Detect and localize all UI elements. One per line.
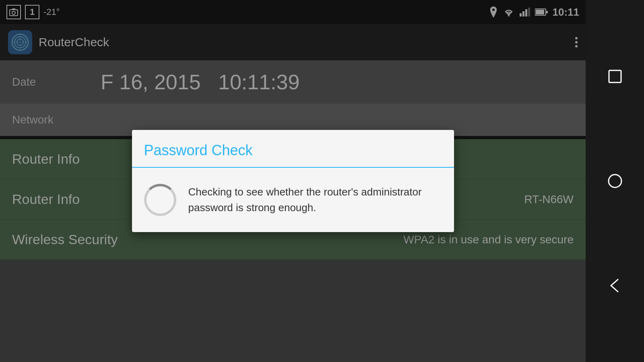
recent-apps-button[interactable]: [605, 66, 625, 86]
dialog-body: Checking to see whether the router's adm…: [132, 168, 454, 232]
dialog-message: Checking to see whether the router's adm…: [188, 184, 442, 216]
svg-rect-16: [609, 70, 621, 82]
dialog-title: Password Check: [132, 130, 454, 167]
svg-point-17: [609, 175, 621, 187]
password-check-dialog: Password Check Checking to see whether t…: [132, 130, 454, 232]
nav-bar: [586, 0, 644, 362]
loading-spinner: [144, 184, 176, 216]
back-button[interactable]: [605, 276, 625, 296]
modal-overlay: Password Check Checking to see whether t…: [0, 0, 586, 362]
home-button[interactable]: [605, 171, 625, 191]
